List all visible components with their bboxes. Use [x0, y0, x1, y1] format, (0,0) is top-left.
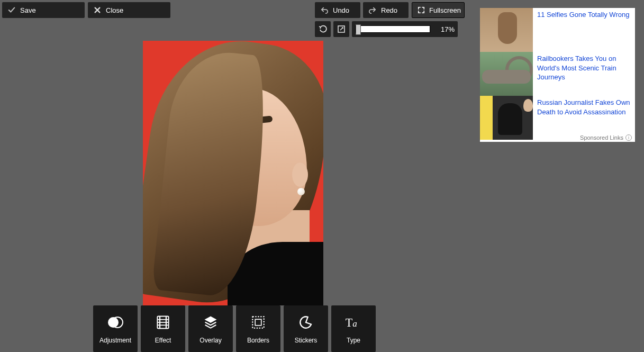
close-icon: [93, 6, 102, 14]
tool-label: Type: [347, 337, 360, 344]
rotate-ccw-button[interactable]: [333, 21, 349, 37]
check-icon: [7, 6, 16, 14]
svg-text:a: a: [352, 319, 357, 329]
close-button[interactable]: Close: [88, 2, 170, 18]
sponsored-footer: Sponsored Links i: [580, 134, 632, 141]
tool-label: Overlay: [199, 337, 221, 344]
tool-overlay[interactable]: Overlay: [188, 305, 233, 352]
sponsored-item[interactable]: Russian Journalist Fakes Own Death to Av…: [480, 96, 635, 140]
undo-button[interactable]: Undo: [315, 2, 360, 18]
tool-label: Borders: [247, 337, 269, 344]
fullscreen-button[interactable]: Fullscreen: [412, 2, 465, 18]
zoom-slider-thumb[interactable]: [356, 24, 361, 35]
zoom-control: 17%: [352, 21, 458, 37]
tool-stickers[interactable]: Stickers: [284, 305, 328, 352]
rotate-cw-button[interactable]: [315, 21, 331, 37]
type-icon: Ta: [344, 313, 362, 331]
tool-label: Effect: [155, 337, 171, 344]
zoom-value: 17%: [437, 25, 455, 33]
ad-headline[interactable]: Russian Journalist Fakes Own Death to Av…: [537, 98, 630, 116]
editor-canvas[interactable]: [143, 41, 323, 305]
tool-borders[interactable]: Borders: [236, 305, 280, 352]
effect-icon: [154, 313, 172, 331]
close-label: Close: [106, 6, 123, 14]
ad-thumbnail: [480, 52, 533, 96]
tool-label: Adjustment: [99, 337, 131, 344]
svg-rect-9: [252, 317, 264, 328]
svg-rect-8: [157, 324, 168, 326]
fullscreen-label: Fullscreen: [429, 6, 461, 14]
tool-label: Stickers: [295, 337, 318, 344]
sponsored-label[interactable]: Sponsored Links: [580, 134, 623, 141]
tool-effect[interactable]: Effect: [141, 305, 185, 352]
sponsored-item[interactable]: 11 Selfies Gone Totally Wrong: [480, 8, 635, 52]
svg-rect-7: [157, 322, 168, 323]
ad-headline[interactable]: 11 Selfies Gone Totally Wrong: [537, 11, 629, 19]
redo-label: Redo: [381, 6, 397, 14]
undo-label: Undo: [333, 6, 349, 14]
undo-icon: [320, 6, 329, 14]
sponsored-item[interactable]: Railbookers Takes You on World's Most Sc…: [480, 52, 635, 96]
rotate-ccw-icon: [337, 25, 346, 33]
rotate-cw-icon: [319, 25, 327, 33]
info-icon[interactable]: i: [625, 134, 632, 141]
svg-text:T: T: [346, 316, 353, 329]
ad-thumbnail: [480, 96, 533, 140]
adjustment-icon: [106, 313, 124, 331]
svg-rect-10: [255, 319, 261, 326]
redo-button[interactable]: Redo: [363, 2, 409, 18]
ad-thumbnail: [480, 8, 533, 52]
stickers-icon: [297, 313, 315, 331]
redo-icon: [368, 6, 377, 14]
sponsored-panel: 11 Selfies Gone Totally Wrong Railbooker…: [480, 8, 635, 142]
tool-adjustment[interactable]: Adjustment: [93, 305, 138, 352]
save-label: Save: [20, 6, 36, 14]
tool-type[interactable]: Ta Type: [331, 305, 376, 352]
fullscreen-icon: [418, 6, 425, 14]
save-button[interactable]: Save: [2, 2, 85, 18]
overlay-icon: [202, 313, 220, 331]
svg-rect-6: [157, 319, 168, 320]
ad-headline[interactable]: Railbookers Takes You on World's Most Sc…: [537, 55, 616, 81]
borders-icon: [249, 313, 267, 331]
tool-panel: Adjustment Effect Overlay Borders Sticke…: [93, 305, 376, 352]
zoom-slider[interactable]: [355, 25, 430, 33]
